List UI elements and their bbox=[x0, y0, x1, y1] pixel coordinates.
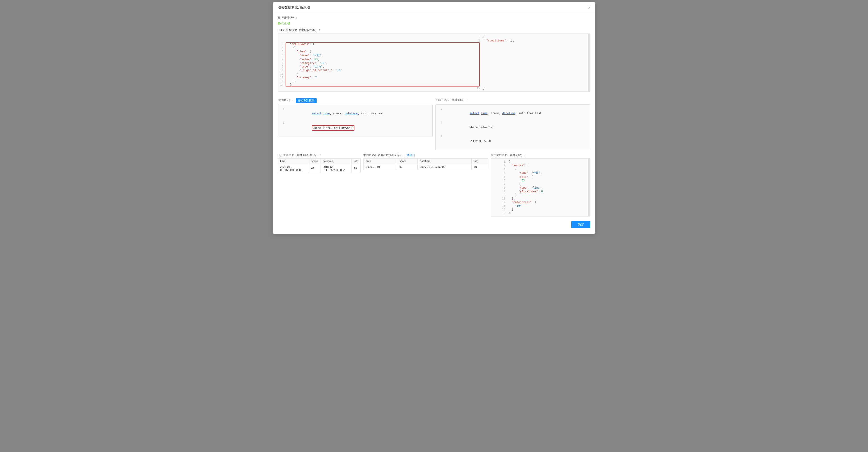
fmt-line-12: 12 "categories": [ bbox=[491, 200, 587, 204]
generated-sql-section: 生成的SQL（耗时 1ms）： 1 select time, score, da… bbox=[435, 95, 590, 150]
mid-col-datetime: datetime bbox=[417, 158, 471, 164]
fmt-line-4: 4 "name": "分数", bbox=[491, 171, 587, 175]
fmt-line-2: 2 "series": [ bbox=[491, 163, 587, 167]
orig-sql-label: 原始仿SQL： bbox=[278, 98, 294, 102]
post-json-block: 1 { 2 "conditions": [], 3 "drillDowns": bbox=[278, 34, 590, 92]
modal-body: 数据调试结论： 格式正确 POST的数据为（过滤条件等）： 1 { 2 "con… bbox=[273, 12, 595, 218]
code-line-4: 4 { bbox=[278, 46, 344, 50]
code-line-12: 12 "fireKey": "" bbox=[278, 76, 344, 79]
sql-result-table: time score datetime info 2020-01-09T16:0… bbox=[278, 158, 361, 173]
code-line-10: 10 "_sugar_dd_default_": "19" bbox=[278, 68, 344, 72]
cell-info: 19 bbox=[351, 164, 361, 173]
mid-cell-time: 2020-01-10 bbox=[364, 164, 397, 170]
modal-header: 图表数据调试: 折线图 × bbox=[273, 2, 595, 12]
result-section: SQL查询结果（耗时 4ms, 共1行）： time score datetim… bbox=[278, 153, 590, 217]
mid-table-header-row: time score datetime info bbox=[364, 158, 488, 164]
fmt-line-7: 7 ], bbox=[491, 182, 587, 186]
code-line-2: 2 "conditions": [], bbox=[278, 39, 587, 42]
orig-sql-line-2: 2 where {info=[drillDowns]} bbox=[280, 121, 430, 135]
generated-sql-header: 生成的SQL（耗时 1ms）： bbox=[435, 98, 590, 103]
mid-result-table: time score datetime info 2020-01-10 63 bbox=[363, 158, 488, 170]
formatted-code-block: 1 { 2 "series": [ 3 { bbox=[491, 158, 590, 217]
code-line-1: 1 { bbox=[278, 35, 587, 39]
gen-sql-line-2: 2 where info='19' bbox=[438, 120, 588, 134]
col-score: score bbox=[309, 158, 320, 164]
code-line-13: 13 } bbox=[278, 79, 344, 83]
mid-col-score: score bbox=[397, 158, 417, 164]
cell-datetime: 2018-12-31T18:53:00.000Z bbox=[320, 164, 351, 173]
code-line-9: 9 "type": "line", bbox=[278, 65, 344, 68]
mid-result-wrap: 中间结果(行转列或数据补全等)： （共1行） time score dateti… bbox=[363, 153, 488, 217]
fmt-line-13: 13 "19" bbox=[491, 204, 587, 208]
fmt-line-11: 11 ], bbox=[491, 197, 587, 200]
mid-result-label: 中间结果(行转列或数据补全等)： （共1行） bbox=[363, 153, 488, 157]
gen-sql-line-3: 3 limit 0, 5000 bbox=[438, 134, 588, 148]
orig-sql-section: 原始仿SQL： 修改SQL模型 1 select time, score, da… bbox=[278, 95, 433, 150]
fmt-line-9: 9 "yAxisIndex": 0 bbox=[491, 190, 587, 193]
mid-cell-score: 63 bbox=[397, 164, 417, 170]
col-info: info bbox=[351, 158, 361, 164]
fmt-line-6: 6 63 bbox=[491, 179, 587, 182]
edit-sql-button[interactable]: 修改SQL模型 bbox=[296, 98, 317, 103]
sql-result-wrap: SQL查询结果（耗时 4ms, 共1行）： time score datetim… bbox=[278, 153, 361, 217]
close-button[interactable]: × bbox=[588, 6, 590, 10]
result-label: 数据调试结论： bbox=[278, 16, 590, 20]
fmt-line-14: 14 ] bbox=[491, 208, 587, 211]
code-line-11: 11 }, bbox=[278, 72, 344, 76]
code-line-3: 3 "drillDowns": [ bbox=[278, 42, 344, 46]
orig-sql-line-1: 1 select time, score, datetime, info fro… bbox=[280, 107, 430, 121]
mid-col-time: time bbox=[364, 158, 397, 164]
fmt-line-1: 1 { bbox=[491, 160, 587, 163]
table-header-row: time score datetime info bbox=[278, 158, 361, 164]
scrollbar[interactable] bbox=[588, 34, 590, 92]
table-row: 2020-01-09T16:00:00.000Z 63 2018-12-31T1… bbox=[278, 164, 361, 173]
confirm-button[interactable]: 确定 bbox=[571, 221, 590, 228]
gen-sql-line-1: 1 select time, score, datetime, info fro… bbox=[438, 106, 588, 120]
formatted-code-lines: 1 { 2 "series": [ 3 { bbox=[491, 159, 590, 216]
orig-sql-header: 原始仿SQL： 修改SQL模型 bbox=[278, 98, 433, 103]
fmt-line-5: 5 "data": [ bbox=[491, 175, 587, 179]
code-line-6: 6 "name": "分数", bbox=[278, 53, 344, 58]
formatted-scrollbar[interactable] bbox=[588, 159, 590, 216]
col-time: time bbox=[278, 158, 309, 164]
mid-table-row: 2020-01-10 63 2019-01-01 02:53:00 19 bbox=[364, 164, 488, 170]
code-line-8: 8 "category": "19", bbox=[278, 61, 344, 65]
fmt-line-3: 3 { bbox=[491, 167, 587, 171]
debug-modal: 图表数据调试: 折线图 × 数据调试结论： 格式正确 POST的数据为（过滤条件… bbox=[273, 2, 595, 234]
code-line-15: 15 } bbox=[278, 87, 587, 90]
sql-result-label: SQL查询结果（耗时 4ms, 共1行）： bbox=[278, 153, 361, 157]
cell-score: 63 bbox=[309, 164, 320, 173]
generated-sql-label: 生成的SQL（耗时 1ms）： bbox=[435, 98, 468, 102]
mid-cell-datetime: 2019-01-01 02:53:00 bbox=[417, 164, 471, 170]
result-status: 格式正确 bbox=[278, 21, 590, 25]
fmt-line-10: 10 } bbox=[491, 193, 587, 197]
cell-time: 2020-01-09T16:00:00.000Z bbox=[278, 164, 309, 173]
generated-sql-block: 1 select time, score, datetime, info fro… bbox=[435, 104, 590, 150]
post-label: POST的数据为（过滤条件等）： bbox=[278, 28, 590, 32]
modal-title: 图表数据调试: 折线图 bbox=[278, 5, 310, 10]
modal-footer: 确定 bbox=[273, 218, 595, 229]
three-col-results: SQL查询结果（耗时 4ms, 共1行）： time score datetim… bbox=[278, 153, 590, 217]
formatted-result-wrap: 格式化后结果（耗时 2ms）： 1 { 2 "series": [ bbox=[491, 153, 590, 217]
code-line-5: 5 "item": { bbox=[278, 50, 344, 53]
fmt-line-15: 15 } bbox=[491, 211, 587, 215]
orig-sql-block: 1 select time, score, datetime, info fro… bbox=[278, 105, 433, 137]
fmt-line-8: 8 "type": "line", bbox=[491, 186, 587, 190]
post-json-lines: 1 { 2 "conditions": [], 3 "drillDowns": bbox=[278, 34, 590, 92]
formatted-result-label: 格式化后结果（耗时 2ms）： bbox=[491, 153, 590, 157]
mid-cell-info: 19 bbox=[471, 164, 488, 170]
col-datetime: datetime bbox=[320, 158, 351, 164]
code-line-14: 14 ] bbox=[278, 83, 344, 87]
mid-col-info: info bbox=[471, 158, 488, 164]
code-line-7: 7 "value": 63, bbox=[278, 58, 344, 61]
